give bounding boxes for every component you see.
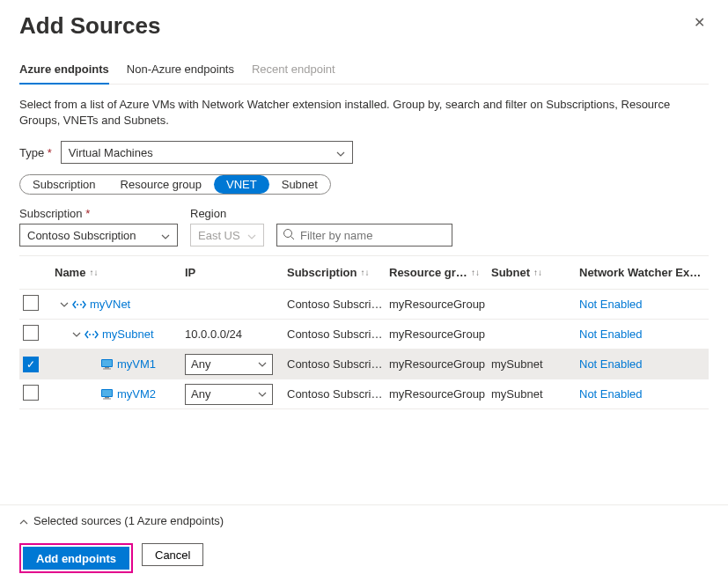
network-watcher-link[interactable]: Not Enabled xyxy=(579,387,711,401)
chevron-down-icon xyxy=(161,229,170,242)
type-select[interactable]: Virtual Machines xyxy=(61,141,353,164)
col-name[interactable]: Name↑↓ xyxy=(55,266,185,279)
svg-point-0 xyxy=(284,229,292,237)
svg-rect-11 xyxy=(102,390,112,396)
chevron-down-icon xyxy=(247,229,256,242)
svg-line-1 xyxy=(291,236,295,239)
region-filter-value: East US xyxy=(198,229,240,242)
row-checkbox[interactable] xyxy=(23,325,39,341)
svg-point-5 xyxy=(92,334,94,335)
resource-name-link[interactable]: mySubnet xyxy=(102,327,154,341)
resource-group-text: myResourceGroup xyxy=(389,387,491,401)
chevron-up-icon xyxy=(19,514,28,527)
ip-select[interactable]: Any xyxy=(185,354,273,375)
resource-group-text: myResourceGroup xyxy=(389,327,491,341)
svg-rect-13 xyxy=(103,399,111,400)
search-icon xyxy=(283,228,295,243)
search-input-wrapper[interactable] xyxy=(276,224,452,247)
selected-summary-toggle[interactable]: Selected sources (1 Azure endpoints) xyxy=(0,505,728,536)
groupby-vnet[interactable]: VNET xyxy=(214,175,269,194)
svg-rect-12 xyxy=(105,397,109,399)
sort-icon: ↑↓ xyxy=(533,268,542,277)
svg-rect-8 xyxy=(105,367,109,369)
subnet-text: mySubnet xyxy=(491,357,579,371)
vnet-icon xyxy=(72,299,86,310)
subscription-filter-value: Contoso Subscription xyxy=(27,229,136,242)
description-text: Select from a list of Azure VMs with Net… xyxy=(19,97,709,129)
add-endpoints-button[interactable]: Add endpoints xyxy=(23,547,129,570)
subscription-text: Contoso Subscri… xyxy=(287,327,389,341)
col-resource-group[interactable]: Resource gr…↑↓ xyxy=(389,266,491,279)
col-subscription[interactable]: Subscription↑↓ xyxy=(287,266,389,279)
row-checkbox[interactable]: ✓ xyxy=(23,357,39,372)
region-filter-select: East US xyxy=(190,224,264,247)
row-checkbox[interactable] xyxy=(23,295,39,311)
tab-non-azure-endpoints[interactable]: Non-Azure endpoints xyxy=(127,63,234,84)
cancel-button[interactable]: Cancel xyxy=(142,543,203,566)
col-network-watcher[interactable]: Network Watcher Ex… xyxy=(579,266,711,279)
table-row[interactable]: mySubnet10.0.0.0/24Contoso Subscri…myRes… xyxy=(19,320,709,350)
close-icon[interactable]: ✕ xyxy=(690,12,709,33)
sort-icon: ↑↓ xyxy=(471,268,480,277)
network-watcher-link[interactable]: Not Enabled xyxy=(579,327,711,341)
resource-group-text: myResourceGroup xyxy=(389,357,491,371)
subscription-filter-label: Subscription xyxy=(19,207,178,220)
type-select-value: Virtual Machines xyxy=(69,146,153,159)
subscription-text: Contoso Subscri… xyxy=(287,387,389,401)
groupby-resource-group[interactable]: Resource group xyxy=(108,175,215,194)
selected-summary-text: Selected sources (1 Azure endpoints) xyxy=(33,514,224,527)
subscription-text: Contoso Subscri… xyxy=(287,357,389,371)
svg-point-2 xyxy=(77,304,78,305)
svg-point-3 xyxy=(80,304,82,305)
type-label: Type xyxy=(19,146,52,159)
row-checkbox[interactable] xyxy=(23,385,39,401)
groupby-subscription[interactable]: Subscription xyxy=(20,175,108,194)
network-watcher-link[interactable]: Not Enabled xyxy=(579,357,711,371)
resource-name-link[interactable]: myVM2 xyxy=(117,387,156,401)
subnet-text: mySubnet xyxy=(491,387,579,401)
page-title: Add Sources xyxy=(19,12,160,40)
resource-name-link[interactable]: myVM1 xyxy=(117,357,156,371)
svg-point-4 xyxy=(89,334,91,335)
resources-table: Name↑↓ IP Subscription↑↓ Resource gr…↑↓ … xyxy=(19,255,709,409)
sort-icon: ↑↓ xyxy=(89,268,98,277)
sort-icon: ↑↓ xyxy=(360,268,369,277)
ip-select[interactable]: Any xyxy=(185,384,273,405)
tab-recent-endpoint: Recent endpoint xyxy=(252,63,335,84)
groupby-subnet[interactable]: Subnet xyxy=(269,175,330,194)
subscription-filter-select[interactable]: Contoso Subscription xyxy=(19,224,178,247)
chevron-down-icon[interactable] xyxy=(72,329,81,339)
table-row[interactable]: ✓myVM1AnyContoso Subscri…myResourceGroup… xyxy=(19,350,709,379)
svg-rect-7 xyxy=(102,360,112,366)
tutorial-highlight: Add endpoints xyxy=(19,543,133,573)
chevron-down-icon[interactable] xyxy=(60,299,69,309)
ip-select-value: Any xyxy=(191,387,210,401)
vnet-icon xyxy=(85,329,99,340)
col-subnet[interactable]: Subnet↑↓ xyxy=(491,266,579,279)
table-row[interactable]: myVM2AnyContoso Subscri…myResourceGroupm… xyxy=(19,379,709,409)
vm-icon xyxy=(100,358,114,370)
tab-azure-endpoints[interactable]: Azure endpoints xyxy=(19,63,109,85)
resource-group-text: myResourceGroup xyxy=(389,298,491,311)
vm-icon xyxy=(100,388,114,400)
groupby-segmented: Subscription Resource group VNET Subnet xyxy=(19,174,331,195)
svg-rect-9 xyxy=(103,369,111,370)
resource-name-link[interactable]: myVNet xyxy=(90,298,130,311)
region-filter-label: Region xyxy=(190,207,264,220)
col-ip[interactable]: IP xyxy=(185,266,287,279)
tabs: Azure endpoints Non-Azure endpoints Rece… xyxy=(19,63,709,85)
search-input[interactable] xyxy=(295,228,446,243)
network-watcher-link[interactable]: Not Enabled xyxy=(579,298,711,311)
table-row[interactable]: myVNetContoso Subscri…myResourceGroupNot… xyxy=(19,290,709,320)
ip-text: 10.0.0.0/24 xyxy=(185,327,287,341)
subscription-text: Contoso Subscri… xyxy=(287,298,389,311)
ip-select-value: Any xyxy=(191,357,210,371)
chevron-down-icon xyxy=(336,146,345,159)
